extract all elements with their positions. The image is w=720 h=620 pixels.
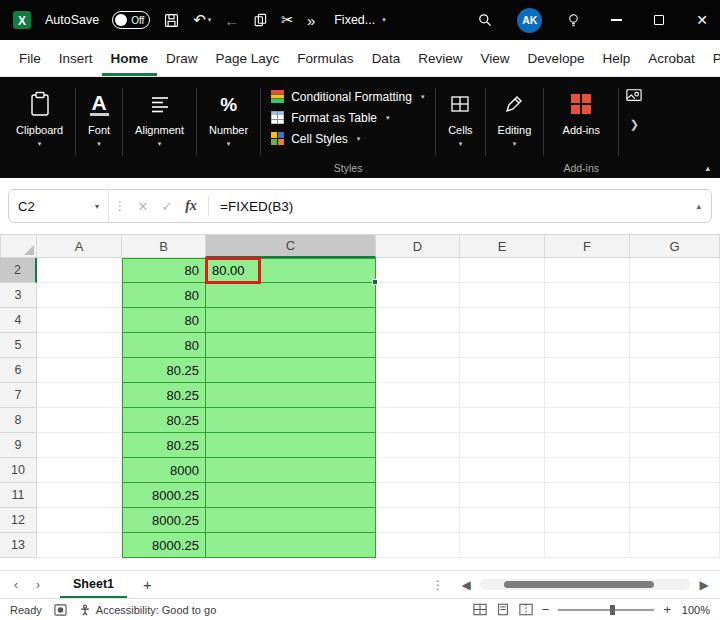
avatar[interactable]: AK (517, 8, 542, 33)
cut-icon[interactable]: ✂ (281, 11, 294, 29)
cell-E2[interactable] (460, 258, 545, 283)
menu-item-draw[interactable]: Draw (157, 40, 207, 76)
zoom-in-button[interactable]: + (663, 602, 671, 617)
cell-C3[interactable] (206, 283, 376, 308)
page-layout-view-icon[interactable] (496, 603, 510, 616)
menu-item-insert[interactable]: Insert (50, 40, 102, 76)
horizontal-scrollbar-thumb[interactable] (504, 581, 654, 588)
cell-F5[interactable] (545, 333, 630, 358)
cell-C5[interactable] (206, 333, 376, 358)
menu-item-page-layc[interactable]: Page Layc (207, 40, 289, 76)
cell-B12[interactable]: 8000.25 (122, 508, 206, 533)
conditional-formatting-button[interactable]: Conditional Formatting ▾ (271, 86, 425, 107)
chevron-right-icon[interactable]: ❯ (630, 118, 639, 131)
cell-F12[interactable] (545, 508, 630, 533)
cell-G2[interactable] (630, 258, 720, 283)
cell-E4[interactable] (460, 308, 545, 333)
cell-B13[interactable]: 8000.25 (122, 533, 206, 558)
ribbon-group-number[interactable]: % Number ▾ (199, 80, 258, 178)
menu-item-help[interactable]: Help (594, 40, 640, 76)
column-header-e[interactable]: E (460, 234, 545, 258)
menu-item-formulas[interactable]: Formulas (288, 40, 362, 76)
autosave-toggle[interactable]: Off (112, 11, 150, 29)
macro-record-icon[interactable] (54, 604, 67, 616)
sheet-nav-left-icon[interactable]: ‹ (8, 578, 24, 592)
accessibility-status[interactable]: Accessibility: Good to go (79, 604, 216, 616)
cell-E10[interactable] (460, 458, 545, 483)
lightbulb-icon[interactable] (566, 12, 581, 28)
cell-E6[interactable] (460, 358, 545, 383)
cell-E3[interactable] (460, 283, 545, 308)
cell-B8[interactable]: 80.25 (122, 408, 206, 433)
row-header-13[interactable]: 13 (0, 533, 37, 558)
cell-G12[interactable] (630, 508, 720, 533)
cell-B11[interactable]: 8000.25 (122, 483, 206, 508)
save-icon[interactable] (163, 12, 180, 29)
cell-F8[interactable] (545, 408, 630, 433)
cell-G3[interactable] (630, 283, 720, 308)
cell-D3[interactable] (376, 283, 460, 308)
ribbon-group-cells[interactable]: Cells ▾ (438, 80, 482, 178)
menu-item-view[interactable]: View (471, 40, 518, 76)
screen-clip-icon[interactable] (625, 88, 643, 104)
cell-D8[interactable] (376, 408, 460, 433)
cell-F2[interactable] (545, 258, 630, 283)
normal-view-icon[interactable] (473, 603, 487, 616)
cell-B7[interactable]: 80.25 (122, 383, 206, 408)
ribbon-group-clipboard[interactable]: Clipboard ▾ (6, 80, 73, 178)
cell-F10[interactable] (545, 458, 630, 483)
page-break-view-icon[interactable] (519, 603, 533, 616)
cell-F6[interactable] (545, 358, 630, 383)
cell-D6[interactable] (376, 358, 460, 383)
cell-F13[interactable] (545, 533, 630, 558)
cell-A12[interactable] (37, 508, 122, 533)
zoom-level[interactable]: 100% (680, 604, 710, 616)
cell-C6[interactable] (206, 358, 376, 383)
cell-D11[interactable] (376, 483, 460, 508)
cell-C10[interactable] (206, 458, 376, 483)
row-header-10[interactable]: 10 (0, 458, 37, 483)
formula-bar-expand-icon[interactable]: ▴ (686, 201, 711, 211)
cell-A4[interactable] (37, 308, 122, 333)
copy-icon[interactable] (252, 12, 268, 28)
column-header-g[interactable]: G (630, 234, 720, 258)
cell-C2[interactable]: 80.00 (206, 258, 376, 283)
cell-F11[interactable] (545, 483, 630, 508)
cell-B10[interactable]: 8000 (122, 458, 206, 483)
cell-E9[interactable] (460, 433, 545, 458)
cell-G4[interactable] (630, 308, 720, 333)
cell-B6[interactable]: 80.25 (122, 358, 206, 383)
column-header-b[interactable]: B (122, 234, 206, 258)
cell-A13[interactable] (37, 533, 122, 558)
cell-A9[interactable] (37, 433, 122, 458)
cell-E7[interactable] (460, 383, 545, 408)
cell-C12[interactable] (206, 508, 376, 533)
menu-item-home[interactable]: Home (102, 40, 158, 76)
cell-C9[interactable] (206, 433, 376, 458)
zoom-out-button[interactable]: − (542, 602, 550, 617)
cell-D12[interactable] (376, 508, 460, 533)
cell-D13[interactable] (376, 533, 460, 558)
horizontal-scrollbar[interactable] (480, 579, 690, 590)
cell-C8[interactable] (206, 408, 376, 433)
cell-D5[interactable] (376, 333, 460, 358)
cell-D2[interactable] (376, 258, 460, 283)
ribbon-group-editing[interactable]: Editing ▾ (488, 80, 542, 178)
add-sheet-button[interactable]: + (133, 576, 162, 593)
cell-A11[interactable] (37, 483, 122, 508)
row-header-7[interactable]: 7 (0, 383, 37, 408)
cell-F3[interactable] (545, 283, 630, 308)
zoom-slider-thumb[interactable] (610, 605, 615, 615)
cell-F4[interactable] (545, 308, 630, 333)
cell-G11[interactable] (630, 483, 720, 508)
format-as-table-button[interactable]: Format as Table ▾ (271, 107, 425, 128)
maximize-button[interactable] (654, 15, 664, 25)
search-icon[interactable] (477, 12, 493, 28)
ribbon-group-alignment[interactable]: Alignment ▾ (125, 80, 194, 178)
cell-C4[interactable] (206, 308, 376, 333)
cell-B5[interactable]: 80 (122, 333, 206, 358)
cell-G7[interactable] (630, 383, 720, 408)
sheet-nav-right-icon[interactable]: › (30, 578, 46, 592)
tab-scroll-divider-icon[interactable]: ⋮ (432, 578, 452, 592)
cell-G13[interactable] (630, 533, 720, 558)
